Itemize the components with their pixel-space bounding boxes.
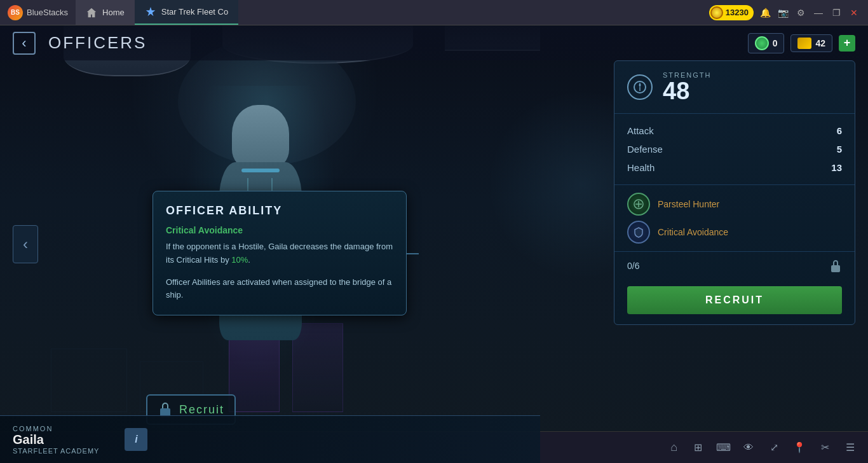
taskbar-grid-icon[interactable]: ⊞	[688, 438, 708, 458]
officer-info-bar: COMMON Gaila STARFLEET ACADEMY i	[0, 415, 540, 463]
settings-icon[interactable]: ⚙	[794, 6, 807, 19]
title-bar: BS BlueStacks Home Star Trek Fleet Co 13…	[0, 0, 868, 25]
taskbar-resize-icon[interactable]: ⤢	[764, 438, 784, 458]
svg-rect-5	[831, 265, 840, 272]
uniform-collar	[241, 169, 280, 172]
critical-avoidance-icon	[627, 221, 650, 244]
ability-parsteel-hunter-row[interactable]: Parsteel Hunter	[627, 193, 842, 216]
health-stat-row: Health 13	[627, 158, 842, 177]
add-resource-button[interactable]: +	[839, 35, 855, 52]
coin-counter: 13230	[709, 5, 754, 20]
bluestacks-icon: BS	[8, 5, 23, 20]
popup-desc-part1: If the opponent is a Hostile, Gaila decr…	[166, 242, 393, 265]
coin-value: 13230	[726, 8, 749, 17]
stats-panel: STRENGTH 48 Attack 6 Defense 5 Health 13	[614, 60, 855, 325]
taskbar-keyboard-icon[interactable]: ⌨	[713, 438, 733, 458]
info-button[interactable]: i	[125, 428, 147, 451]
shield-icon-svg	[633, 226, 644, 238]
left-arrow-icon: ‹	[23, 235, 28, 253]
notification-bell-icon[interactable]: 🔔	[759, 6, 771, 19]
game-tab[interactable]: Star Trek Fleet Co	[135, 0, 238, 25]
home-icon	[86, 7, 97, 18]
green-resource-counter: 0	[748, 33, 785, 53]
taskbar-location-icon[interactable]: 📍	[789, 438, 810, 458]
attack-stat-row: Attack 6	[627, 121, 842, 140]
strength-info: STRENGTH 48	[663, 71, 712, 103]
popup-desc-part2: .	[248, 255, 250, 265]
coin-icon	[710, 6, 723, 19]
taskbar-home-button[interactable]: ⌂	[665, 441, 682, 454]
game-area: ‹ OFFICERS 0 42 + ‹	[0, 25, 868, 463]
defense-value: 5	[837, 144, 842, 155]
game-tab-label: Star Trek Fleet Co	[161, 7, 228, 17]
star-trek-icon	[145, 6, 156, 18]
taskbar-menu-icon[interactable]: ☰	[840, 438, 860, 458]
officer-subtitle: STARFLEET ACADEMY	[13, 447, 99, 455]
parsteel-hunter-icon	[627, 193, 650, 216]
strength-section: STRENGTH 48	[614, 61, 855, 114]
defense-stat-row: Defense 5	[627, 140, 842, 158]
progress-lock-icon	[829, 258, 842, 273]
officer-rarity-name-group: COMMON Gaila STARFLEET ACADEMY	[13, 425, 99, 455]
strength-symbol	[633, 80, 647, 94]
stats-list: Attack 6 Defense 5 Health 13	[614, 114, 855, 185]
gold-resource-icon	[797, 38, 811, 49]
abilities-section: Parsteel Hunter Critical Avoidance	[614, 185, 855, 252]
taskbar-eye-icon[interactable]: 👁	[738, 438, 759, 458]
minimize-button[interactable]: —	[812, 6, 825, 19]
gold-resource-value: 42	[815, 38, 825, 48]
attack-value: 6	[837, 125, 842, 136]
popup-ability-name: Critical Avoidance	[166, 225, 393, 235]
progress-section: 0/6	[614, 252, 855, 280]
back-icon: ‹	[22, 35, 26, 52]
ability2-name: Critical Avoidance	[658, 227, 728, 237]
camera-icon[interactable]: 📷	[776, 6, 789, 19]
top-right-resources: 0 42 +	[748, 33, 855, 53]
ability-popup: OFFICER ABILITY Critical Avoidance If th…	[153, 191, 407, 315]
recruit-game-label: Recruit	[179, 403, 224, 417]
close-button[interactable]: ✕	[848, 6, 860, 19]
left-navigation-arrow[interactable]: ‹	[13, 225, 38, 263]
popup-highlight: 10%	[231, 255, 248, 265]
home-tab-label: Home	[102, 8, 125, 17]
progress-display: 0/6	[627, 261, 639, 271]
attack-label: Attack	[627, 125, 654, 136]
popup-connector	[406, 253, 419, 254]
health-label: Health	[627, 162, 654, 173]
top-navigation: ‹ OFFICERS 0 42 +	[0, 25, 868, 60]
popup-note: Officer Abilities are activated when ass…	[166, 276, 393, 303]
gold-resource-counter: 42	[790, 34, 832, 52]
popup-description: If the opponent is a Hostile, Gaila decr…	[166, 240, 393, 267]
taskbar-scissors-icon[interactable]: ✂	[815, 438, 835, 458]
green-resource-value: 0	[773, 38, 778, 48]
popup-title: OFFICER ABILITY	[166, 204, 393, 218]
recruit-section: RECRUIT	[614, 280, 855, 324]
defense-label: Defense	[627, 144, 663, 155]
health-value: 13	[831, 162, 842, 173]
ability-critical-avoidance-row[interactable]: Critical Avoidance	[627, 221, 842, 244]
back-button[interactable]: ‹	[13, 32, 36, 55]
bluestacks-logo: BS BlueStacks	[0, 5, 76, 20]
recruit-button[interactable]: RECRUIT	[627, 286, 842, 314]
bluestacks-label: BlueStacks	[27, 8, 68, 17]
title-bar-right: 13230 🔔 📷 ⚙ — ❐ ✕	[709, 5, 868, 20]
officer-rarity-label: COMMON	[13, 425, 99, 432]
restore-button[interactable]: ❐	[830, 6, 843, 19]
page-title: OFFICERS	[48, 33, 147, 53]
officer-name: Gaila	[13, 432, 99, 447]
green-resource-icon	[755, 36, 769, 50]
strength-icon	[627, 74, 653, 100]
home-tab[interactable]: Home	[76, 0, 135, 25]
strength-value: 48	[663, 79, 712, 103]
svg-marker-0	[146, 6, 155, 15]
parsteel-icon-svg	[633, 198, 644, 210]
character-head	[232, 105, 289, 169]
ability1-name: Parsteel Hunter	[658, 199, 719, 209]
